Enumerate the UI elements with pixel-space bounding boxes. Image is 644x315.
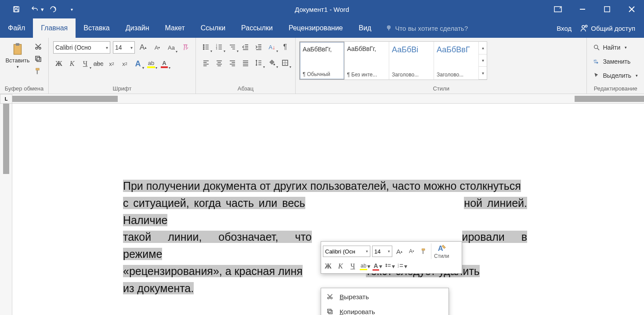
font-color-button[interactable]: A bbox=[159, 58, 170, 69]
format-painter-button[interactable] bbox=[33, 66, 44, 76]
paste-dropdown-icon: ▾ bbox=[17, 65, 19, 69]
align-left-button[interactable] bbox=[200, 57, 212, 69]
select-button[interactable]: Выделить▾ bbox=[593, 69, 638, 82]
window-controls bbox=[546, 0, 644, 18]
maximize-button[interactable] bbox=[595, 0, 619, 18]
highlight-button[interactable]: ab bbox=[145, 58, 157, 69]
borders-button[interactable] bbox=[279, 57, 291, 69]
align-center-button[interactable] bbox=[213, 57, 225, 69]
tab-selector[interactable]: L bbox=[0, 94, 12, 104]
underline-button[interactable]: Ч bbox=[80, 58, 91, 69]
svg-rect-5 bbox=[604, 7, 610, 12]
svg-point-9 bbox=[388, 27, 390, 28]
tab-mailings[interactable]: Рассылки bbox=[233, 18, 281, 38]
vertical-ruler[interactable] bbox=[0, 104, 12, 315]
share-button[interactable]: Общий доступ bbox=[580, 24, 635, 32]
mini-highlight[interactable]: ab▾ bbox=[360, 261, 370, 272]
mini-format-painter[interactable] bbox=[419, 246, 429, 257]
mini-font-name[interactable]: Calibri (Осн▾ bbox=[323, 246, 370, 257]
tab-insert[interactable]: Вставка bbox=[76, 18, 117, 38]
mini-toolbar: Calibri (Осн▾ 14▾ A▴ A▾ A Стили Ж К Ч ab… bbox=[321, 241, 462, 274]
document-text[interactable]: При получении документа от других пользо… bbox=[123, 177, 527, 297]
mini-grow-font[interactable]: A▴ bbox=[394, 246, 405, 257]
bullets-button[interactable] bbox=[200, 41, 212, 53]
mini-styles[interactable]: A Стили bbox=[431, 243, 449, 259]
replace-button[interactable]: ab Заменить bbox=[593, 55, 638, 68]
group-paragraph: 123 А↓ ¶ Абзац bbox=[196, 38, 296, 94]
superscript-button[interactable]: x2 bbox=[119, 58, 130, 69]
italic-button[interactable]: К bbox=[66, 58, 78, 69]
tab-design[interactable]: Дизайн bbox=[118, 18, 157, 38]
text-effects-button[interactable]: A bbox=[132, 58, 144, 69]
show-marks-button[interactable]: ¶ bbox=[279, 41, 291, 53]
style-item[interactable]: АаБбВвГг,¶ Без инте... bbox=[344, 42, 389, 80]
document-page[interactable]: При получении документа от других пользо… bbox=[48, 120, 602, 314]
svg-rect-13 bbox=[16, 43, 20, 46]
align-right-button[interactable] bbox=[227, 57, 238, 69]
justify-button[interactable] bbox=[240, 57, 251, 69]
close-button[interactable] bbox=[619, 0, 644, 18]
mini-numbering[interactable]: 12▾ bbox=[397, 261, 407, 272]
cut-button[interactable] bbox=[33, 41, 44, 52]
increase-indent-button[interactable] bbox=[253, 41, 264, 53]
font-size-combo[interactable]: 14▾ bbox=[113, 41, 135, 54]
svg-rect-2 bbox=[14, 10, 18, 12]
paste-button[interactable]: Вставить ▾ bbox=[4, 40, 32, 69]
line-spacing-button[interactable] bbox=[253, 57, 264, 69]
styles-gallery[interactable]: АаБбВвГг,¶ ОбычныйАаБбВвГг,¶ Без инте...… bbox=[299, 41, 487, 80]
group-clipboard: Вставить ▾ Буфер обмена bbox=[0, 38, 49, 94]
change-case-button[interactable]: Aa bbox=[166, 42, 177, 53]
tell-me-search[interactable]: Что вы хотите сделать? bbox=[379, 18, 468, 38]
svg-line-65 bbox=[597, 48, 599, 50]
mini-shrink-font[interactable]: A▾ bbox=[406, 246, 417, 257]
minimize-button[interactable] bbox=[570, 0, 595, 18]
svg-rect-79 bbox=[328, 309, 331, 313]
horizontal-ruler[interactable] bbox=[12, 94, 644, 104]
ribbon-display-options[interactable] bbox=[546, 0, 570, 18]
mini-bullets[interactable]: ▾ bbox=[384, 261, 395, 272]
grow-font-button[interactable]: A▴ bbox=[137, 42, 149, 53]
copy-icon bbox=[326, 308, 334, 315]
style-item[interactable]: АаБбВвГЗаголово... bbox=[434, 42, 479, 80]
shrink-font-button[interactable]: A▾ bbox=[152, 42, 163, 53]
title-bar: ▾ ▾ Документ1 - Word bbox=[0, 0, 644, 18]
signin-link[interactable]: Вход bbox=[557, 25, 572, 32]
multilevel-list-button[interactable] bbox=[227, 41, 238, 53]
sort-button[interactable]: А↓ bbox=[266, 41, 278, 53]
strikethrough-button[interactable]: abc bbox=[93, 58, 104, 69]
style-item[interactable]: АаБбВіЗаголово... bbox=[389, 42, 434, 80]
style-item[interactable]: АаБбВвГг,¶ Обычный bbox=[300, 42, 344, 80]
tab-view[interactable]: Вид bbox=[351, 18, 379, 38]
mini-font-size[interactable]: 14▾ bbox=[372, 246, 392, 257]
styles-scroll[interactable]: ▴▾▾ bbox=[479, 42, 487, 80]
group-clipboard-label: Буфер обмена bbox=[4, 84, 45, 93]
qat-customize[interactable]: ▾ bbox=[62, 0, 81, 18]
font-name-combo[interactable]: Calibri (Осно▾ bbox=[53, 41, 110, 54]
tab-layout[interactable]: Макет bbox=[157, 18, 193, 38]
mini-italic[interactable]: К bbox=[335, 261, 346, 272]
redo-button[interactable] bbox=[44, 0, 62, 18]
tab-review[interactable]: Рецензирование bbox=[281, 18, 351, 38]
save-button[interactable] bbox=[7, 0, 25, 18]
copy-button[interactable] bbox=[33, 54, 44, 64]
shading-button[interactable] bbox=[266, 57, 278, 69]
mini-bold[interactable]: Ж bbox=[323, 261, 333, 272]
subscript-button[interactable]: x2 bbox=[106, 58, 117, 69]
mini-underline[interactable]: Ч bbox=[347, 261, 358, 272]
decrease-indent-button[interactable] bbox=[240, 41, 251, 53]
ctx-cut[interactable]: Вырезать bbox=[321, 289, 449, 304]
tab-home[interactable]: Главная bbox=[33, 18, 76, 38]
svg-rect-1 bbox=[14, 7, 17, 8]
numbering-button[interactable]: 123 bbox=[213, 41, 225, 53]
tab-references[interactable]: Ссылки bbox=[193, 18, 233, 38]
group-editing: Найти▾ ab Заменить Выделить▾ Редактирова… bbox=[587, 38, 644, 94]
svg-rect-16 bbox=[37, 58, 41, 62]
mini-font-color[interactable]: A▾ bbox=[372, 261, 383, 272]
bold-button[interactable]: Ж bbox=[53, 58, 65, 69]
clear-formatting-button[interactable] bbox=[180, 42, 191, 53]
ctx-copy[interactable]: Копировать bbox=[321, 304, 449, 315]
find-button[interactable]: Найти▾ bbox=[593, 41, 638, 54]
undo-dropdown[interactable]: ▾ bbox=[40, 0, 44, 18]
context-menu: Вырезать Копировать Параметры вставки: A… bbox=[321, 288, 449, 315]
tab-file[interactable]: Файл bbox=[0, 18, 33, 38]
